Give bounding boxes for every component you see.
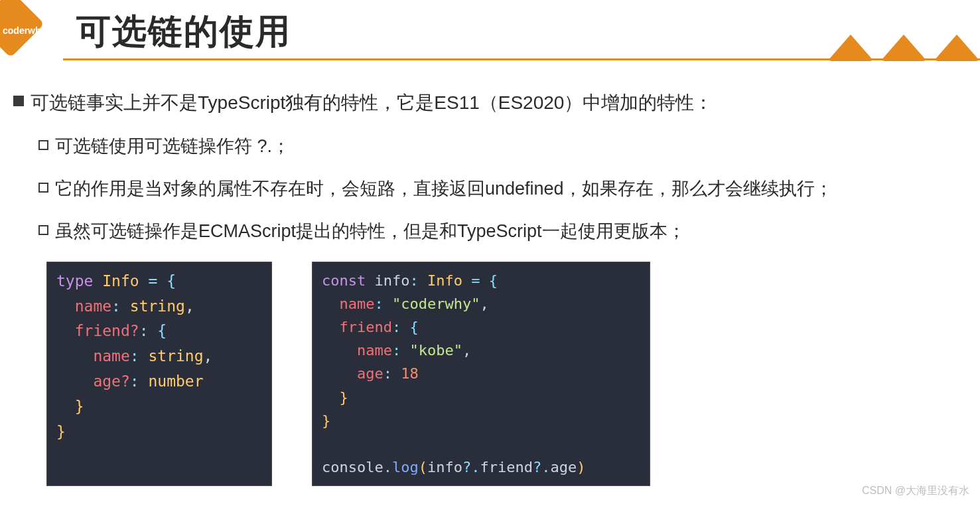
code-punct: . <box>384 459 392 475</box>
decorative-triangles <box>827 35 980 61</box>
code-prop: name <box>357 342 392 359</box>
code-punct: = { <box>462 272 498 289</box>
code-punct: : <box>130 373 149 390</box>
square-outline-icon <box>38 225 48 235</box>
code-prop: age <box>357 365 384 382</box>
code-type: string <box>148 347 203 365</box>
code-punct: : <box>392 342 410 359</box>
square-filled-icon <box>13 96 24 106</box>
square-outline-icon <box>38 183 48 193</box>
code-brace: } <box>322 412 330 429</box>
bullet-text: 可选链事实上并不是TypeScript独有的特性，它是ES11（ES2020）中… <box>31 90 713 116</box>
code-brace: } <box>56 423 66 440</box>
code-punct: : { <box>392 319 419 335</box>
code-punct: : <box>384 365 401 382</box>
code-punct: : <box>409 272 427 289</box>
code-var: info <box>427 459 462 475</box>
logo-text: coderwhy <box>3 25 46 36</box>
code-punct: : { <box>139 322 167 339</box>
slide-title: 可选链的使用 <box>76 9 291 55</box>
code-prop: name <box>75 297 111 315</box>
code-prop: friend <box>480 459 532 475</box>
code-obj: console <box>322 459 384 475</box>
code-punct: , <box>204 347 213 365</box>
code-keyword: const <box>322 272 366 289</box>
code-prop: friend? <box>75 322 139 339</box>
bullet-text: 它的作用是当对象的属性不存在时，会短路，直接返回undefined，如果存在，那… <box>55 177 833 202</box>
code-op: ?. <box>462 459 480 475</box>
code-number: 18 <box>401 365 419 382</box>
code-string: "kobe" <box>409 342 462 359</box>
bullet-main: 可选链事实上并不是TypeScript独有的特性，它是ES11（ES2020）中… <box>13 90 967 116</box>
bullet-sub: 虽然可选链操作是ECMAScript提出的特性，但是和TypeScript一起使… <box>38 219 967 244</box>
code-punct: , <box>480 295 488 312</box>
watermark: CSDN @大海里没有水 <box>862 484 969 498</box>
code-punct: , <box>462 342 471 359</box>
code-punct: : <box>130 347 149 365</box>
code-type-name: Info <box>102 272 139 290</box>
code-row: type Info = { name: string, friend?: { n… <box>46 262 967 487</box>
code-type: string <box>130 297 185 315</box>
bullet-sub: 可选链使用可选链操作符 ?.； <box>38 134 967 159</box>
code-string: "coderwhy" <box>392 295 480 312</box>
square-outline-icon <box>38 140 48 150</box>
triangle-icon <box>827 35 874 61</box>
code-brace: } <box>340 389 348 406</box>
triangle-icon <box>880 35 927 61</box>
code-prop: name <box>340 295 375 312</box>
bullet-text: 可选链使用可选链操作符 ?.； <box>55 134 290 159</box>
bullet-text: 虽然可选链操作是ECMAScript提出的特性，但是和TypeScript一起使… <box>55 219 685 244</box>
code-prop: age? <box>93 373 129 390</box>
code-punct: = { <box>139 272 176 290</box>
slide-content: 可选链事实上并不是TypeScript独有的特性，它是ES11（ES2020）中… <box>0 63 980 486</box>
code-var: info <box>374 272 409 289</box>
logo: coderwhy <box>0 7 56 50</box>
bullet-sub: 它的作用是当对象的属性不存在时，会短路，直接返回undefined，如果存在，那… <box>38 177 967 202</box>
code-punct: : <box>111 297 130 315</box>
code-punct: , <box>185 297 194 315</box>
code-prop: name <box>93 347 129 365</box>
code-type: number <box>148 373 203 390</box>
code-prop: friend <box>340 319 392 335</box>
code-op: ?. <box>533 459 551 475</box>
triangle-icon <box>934 35 980 61</box>
code-punct: : <box>374 295 392 312</box>
code-block-type-def: type Info = { name: string, friend?: { n… <box>46 262 272 487</box>
code-keyword: type <box>56 272 93 290</box>
code-type: Info <box>427 272 462 289</box>
code-brace: } <box>75 398 84 415</box>
code-punct: ) <box>577 459 585 475</box>
slide-header: coderwhy 可选链的使用 <box>0 0 980 63</box>
code-punct: ( <box>419 459 427 475</box>
code-block-usage: const info: Info = { name: "coderwhy", f… <box>312 262 650 487</box>
code-fn: log <box>392 459 419 475</box>
code-prop: age <box>550 459 577 475</box>
